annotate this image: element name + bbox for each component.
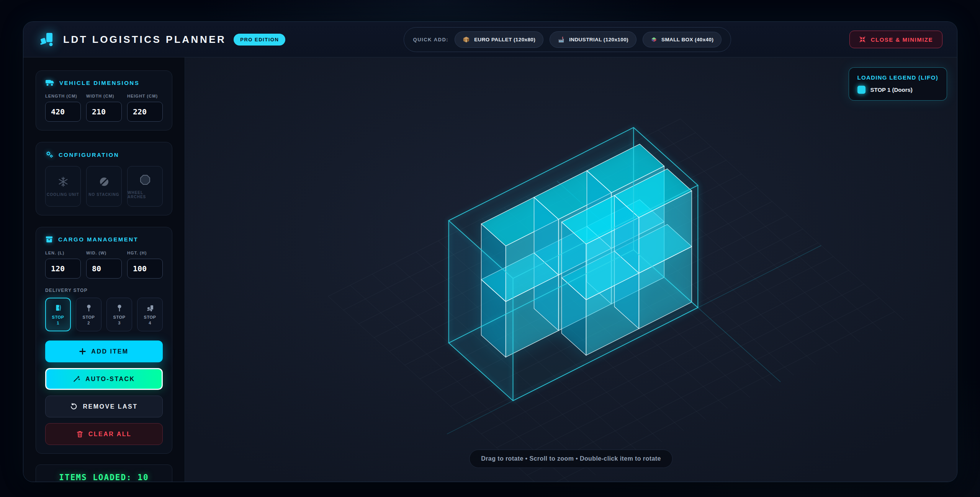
cargo-box-icon <box>45 236 53 243</box>
add-item-button[interactable]: ADD ITEM <box>45 341 163 362</box>
remove-last-button[interactable]: REMOVE LAST <box>45 396 163 417</box>
undo-icon <box>70 403 77 410</box>
door-icon <box>54 304 62 312</box>
stop-3-button[interactable]: STOP 3 <box>106 298 132 331</box>
stop-number: 4 <box>149 321 151 325</box>
pin-icon <box>85 304 93 312</box>
cargo-height-input[interactable] <box>127 259 163 279</box>
remove-last-label: REMOVE LAST <box>83 403 137 410</box>
quick-add-button-label: EURO PALLET (120x80) <box>474 37 535 42</box>
quick-add-label: QUICK ADD: <box>413 37 449 42</box>
toggle-no-stacking[interactable]: NO STACKING <box>86 166 122 207</box>
gears-icon <box>45 151 54 158</box>
width-input[interactable] <box>86 102 122 122</box>
field-label: WID. (W) <box>86 251 122 255</box>
legend-swatch-stop1 <box>857 86 865 94</box>
close-minimize-button[interactable]: CLOSE & MINIMIZE <box>849 31 942 48</box>
stop-2-button[interactable]: STOP 2 <box>76 298 101 331</box>
toggle-cooling-unit[interactable]: COOLING UNIT <box>45 166 81 207</box>
quick-add-group: QUICK ADD: EURO PALLET (120x80) <box>404 27 731 52</box>
field-length: LENGTH (CM) <box>45 94 81 122</box>
height-input[interactable] <box>127 102 163 122</box>
app-window: LDT LOGISTICS PLANNER PRO EDITION QUICK … <box>23 21 957 482</box>
field-cargo-length: LEN. (L) <box>45 251 81 279</box>
stop-4-button[interactable]: STOP 4 <box>137 298 163 331</box>
quick-add-small-box-button[interactable]: SMALL BOX (40x40) <box>643 32 722 47</box>
toggle-label: WHEEL ARCHES <box>128 191 162 199</box>
trash-icon <box>77 430 83 438</box>
viewport-3d[interactable]: LOADING LEGEND (LIFO) STOP 1 (Doors) Dra… <box>185 57 957 482</box>
field-cargo-width: WID. (W) <box>86 251 122 279</box>
section-title: CONFIGURATION <box>59 152 119 158</box>
snowflake-icon <box>57 176 69 187</box>
brand: LDT LOGISTICS PLANNER PRO EDITION <box>38 31 285 47</box>
package-icon <box>463 36 470 43</box>
no-stacking-icon <box>98 176 110 187</box>
quick-add-button-label: SMALL BOX (40x40) <box>661 37 713 42</box>
stop-label: STOP <box>83 315 95 319</box>
quick-add-button-label: INDUSTRIAL (120x100) <box>569 37 628 42</box>
loading-legend: LOADING LEGEND (LIFO) STOP 1 (Doors) <box>849 67 947 101</box>
close-minimize-label: CLOSE & MINIMIZE <box>871 36 933 43</box>
clear-all-button[interactable]: CLEAR ALL <box>45 423 163 445</box>
stop-1-button[interactable]: STOP 1 <box>45 298 71 331</box>
app-header: LDT LOGISTICS PLANNER PRO EDITION QUICK … <box>23 22 957 57</box>
app-logo-icon <box>38 31 56 47</box>
field-cargo-height: HGT. (H) <box>127 251 163 279</box>
viewport-hint: Drag to rotate • Scroll to zoom • Double… <box>469 450 672 468</box>
quick-add-industrial-button[interactable]: INDUSTRIAL (120x100) <box>550 31 636 48</box>
stop-number: 2 <box>87 321 90 325</box>
clear-all-label: CLEAR ALL <box>88 431 132 438</box>
stop-number: 3 <box>118 321 121 325</box>
configuration-panel: CONFIGURATION COOLING UNIT <box>36 142 172 215</box>
factory-icon <box>558 36 565 43</box>
sidebar: VEHICLE DIMENSIONS LENGTH (CM) WIDTH (CM… <box>23 57 185 482</box>
field-height: HEIGHT (CM) <box>127 94 163 122</box>
field-label: WIDTH (CM) <box>86 94 122 98</box>
plus-icon <box>79 348 86 355</box>
auto-stack-button[interactable]: AUTO-STACK <box>45 368 163 390</box>
section-title: CARGO MANAGEMENT <box>58 236 138 243</box>
length-input[interactable] <box>45 102 81 122</box>
add-item-label: ADD ITEM <box>91 348 128 355</box>
cargo-width-input[interactable] <box>86 259 122 279</box>
legend-entry-label: STOP 1 (Doors) <box>870 86 913 93</box>
toggle-label: NO STACKING <box>88 192 119 197</box>
vehicle-dimensions-panel: VEHICLE DIMENSIONS LENGTH (CM) WIDTH (CM… <box>36 70 172 130</box>
delivery-stop-label: DELIVERY STOP <box>45 288 163 293</box>
cargo-management-panel: CARGO MANAGEMENT LEN. (L) WID. (W) HGT. … <box>36 227 172 454</box>
field-label: LENGTH (CM) <box>45 94 81 98</box>
cargo-length-input[interactable] <box>45 259 81 279</box>
stop-number: 1 <box>57 321 59 325</box>
pin-icon <box>116 304 123 312</box>
octagon-icon <box>139 174 151 186</box>
items-loaded-counter: ITEMS LOADED: 10 <box>36 464 172 482</box>
field-label: LEN. (L) <box>45 251 81 255</box>
auto-stack-label: AUTO-STACK <box>85 376 135 383</box>
pro-edition-badge: PRO EDITION <box>234 34 285 46</box>
app-title: LDT LOGISTICS PLANNER <box>63 34 226 46</box>
toggle-wheel-arches[interactable]: WHEEL ARCHES <box>127 166 163 207</box>
field-label: HEIGHT (CM) <box>127 94 163 98</box>
field-label: HGT. (H) <box>127 251 163 255</box>
stop-label: STOP <box>52 315 64 319</box>
forklift-icon <box>146 304 154 312</box>
quick-add-euro-pallet-button[interactable]: EURO PALLET (120x80) <box>455 31 543 48</box>
truck-icon <box>45 79 54 86</box>
stop-label: STOP <box>144 315 156 319</box>
toggle-label: COOLING UNIT <box>47 192 79 197</box>
legend-title: LOADING LEGEND (LIFO) <box>857 74 938 81</box>
truck-3d-scene[interactable] <box>185 57 957 482</box>
legend-entry: STOP 1 (Doors) <box>857 86 938 94</box>
field-width: WIDTH (CM) <box>86 94 122 122</box>
magic-wand-icon <box>73 375 80 383</box>
stop-label: STOP <box>113 315 126 319</box>
compress-icon <box>859 36 866 43</box>
section-title: VEHICLE DIMENSIONS <box>59 80 139 86</box>
small-box-icon <box>651 36 657 43</box>
